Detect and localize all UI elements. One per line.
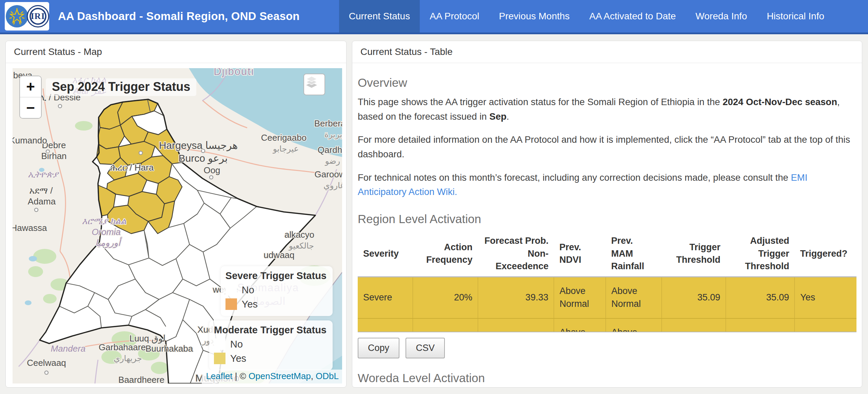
map-label: عيرجابو xyxy=(273,144,299,154)
legend-severe: Severe Trigger StatusNoYes xyxy=(221,266,333,316)
paragraph-1-text: This page shows the AA trigger activatio… xyxy=(358,97,723,107)
table-cell: 35.09 xyxy=(726,277,795,318)
map-attribution: Leaflet | © OpenStreetMap, ODbL xyxy=(202,370,342,383)
legend-item: No xyxy=(214,337,327,351)
table-cell: Above Normal xyxy=(554,318,606,332)
map-label: Garbahaarey xyxy=(99,342,150,352)
ethiopia-emblem-icon xyxy=(6,5,28,27)
nav-item-aa-protocol[interactable]: AA Protocol xyxy=(420,0,489,33)
column-header: Triggered? xyxy=(795,231,856,277)
csv-button[interactable]: CSV xyxy=(406,338,445,358)
legend-swatch xyxy=(214,353,225,364)
map-label: Hargeysa هرجيسا xyxy=(159,140,238,151)
table-cell xyxy=(726,318,795,332)
map-label: እሮሚያ ክልል xyxy=(82,216,126,226)
table-body: Severe20%39.33Above NormalAbove Normal35… xyxy=(358,277,856,332)
region-activation-heading: Region Level Activation xyxy=(358,212,856,226)
table-cell: Yes xyxy=(795,277,856,318)
map-label: Adama xyxy=(28,196,56,206)
page-title: AA Dashboard - Somali Region, OND Season xyxy=(58,10,300,23)
map-label: Garoow xyxy=(314,169,342,179)
column-header: Severity xyxy=(358,231,413,277)
zoom-out-button[interactable]: − xyxy=(20,97,41,118)
map-label: Burco برعو xyxy=(178,153,228,164)
nav-item-previous-months[interactable]: Previous Months xyxy=(489,0,580,33)
map-label: بربرة xyxy=(324,130,342,139)
map-label: جريهاري xyxy=(114,354,142,363)
map-panel: Current Status - Map xyxy=(5,41,347,388)
nav-item-historical-info[interactable]: Historical Info xyxy=(757,0,834,33)
map-label: Oromia xyxy=(92,227,120,237)
legend-swatch xyxy=(225,284,237,296)
zoom-in-button[interactable]: + xyxy=(20,76,41,97)
map-label: አደማ / xyxy=(29,185,53,196)
map-zoom-control: + − xyxy=(19,76,42,119)
overview-paragraph-1: This page shows the AA trigger activatio… xyxy=(358,95,856,124)
overview-paragraph-2: For more detailed information on the AA … xyxy=(358,133,856,161)
table-cell: Above Normal xyxy=(554,277,606,318)
legend-item: Yes xyxy=(225,297,327,311)
map-label: Mandera xyxy=(51,343,86,354)
table-panel: Current Status - Table Overview This pag… xyxy=(352,41,862,388)
table-row: Severe20%39.33Above NormalAbove Normal35… xyxy=(358,277,856,318)
legend-swatch xyxy=(214,338,225,350)
column-header: Trigger Threshold xyxy=(662,231,726,277)
map-label: Qardh xyxy=(318,145,342,155)
map-label: Hawassa xyxy=(13,223,47,233)
legend-swatch xyxy=(225,298,237,310)
layers-control-button[interactable] xyxy=(303,74,325,95)
map-label: Buurhakaba xyxy=(145,343,193,354)
table-cell: 35.09 xyxy=(662,277,726,318)
attribution-comma: , xyxy=(311,371,316,381)
odbl-link[interactable]: ODbL xyxy=(316,371,339,381)
column-header: Adjusted Trigger Threshold xyxy=(726,231,795,277)
legend-moderate: Moderate Trigger StatusNoYes xyxy=(209,320,333,370)
paragraph-3-text: For technical notes on this month’s fore… xyxy=(358,172,791,183)
woreda-activation-heading: Woreda Level Activation xyxy=(358,371,856,385)
table-row: Above NormalAbove Normal xyxy=(358,318,856,332)
map-label: Oog xyxy=(203,165,220,175)
table-header: SeverityAction FrequencyForecast Prob. N… xyxy=(358,231,856,277)
table-cell: 39.33 xyxy=(478,277,554,318)
map-label: Baardheere xyxy=(118,375,164,383)
region-activation-table-container[interactable]: SeverityAction FrequencyForecast Prob. N… xyxy=(358,231,856,332)
legend-title: Severe Trigger Status xyxy=(225,270,327,281)
legend-item: Yes xyxy=(214,351,327,366)
iri-logo-text: IRI xyxy=(31,11,45,21)
osm-link[interactable]: OpenStreetMap xyxy=(249,371,311,381)
legend-label: Yes xyxy=(242,299,258,310)
map-label: ኢትዮጵያ xyxy=(28,169,59,179)
map-label: Ceerigaabo xyxy=(261,133,307,143)
map-label: رضو xyxy=(325,156,340,166)
column-header: Action Frequency xyxy=(413,231,478,277)
map-label: جالكعيو xyxy=(289,241,314,251)
table-panel-header: Current Status - Table xyxy=(352,41,862,63)
map-title-overlay: Sep 2024 Trigger Status xyxy=(46,78,196,96)
nav-item-aa-activated-to-date[interactable]: AA Activated to Date xyxy=(579,0,686,33)
attribution-separator: | © xyxy=(232,371,249,381)
map-canvas[interactable]: beyaDjiboutiሊ / Dessieአፋር ክልልAfar عفرBer… xyxy=(13,68,342,383)
overview-heading: Overview xyxy=(358,76,856,90)
paragraph-1-text: . xyxy=(507,111,509,122)
map-label: ሕረር / Hara xyxy=(110,162,154,173)
paragraph-1-bold-text: Sep xyxy=(489,111,506,122)
copy-button[interactable]: Copy xyxy=(358,338,399,358)
brand-logo: IRI xyxy=(5,2,49,31)
map-label: Birhan xyxy=(41,151,66,161)
nav-tabs: Current StatusAA ProtocolPrevious Months… xyxy=(339,0,834,33)
column-header: Forecast Prob. Non-Exceedence xyxy=(478,231,554,277)
layers-icon xyxy=(304,74,319,89)
map-label: udwaaq xyxy=(263,250,294,260)
table-cell xyxy=(478,318,554,332)
table-cell xyxy=(358,318,413,332)
map-panel-header: Current Status - Map xyxy=(6,41,346,63)
legend-label: No xyxy=(242,284,254,296)
leaflet-link[interactable]: Leaflet xyxy=(206,371,232,381)
map-label: alkacyo xyxy=(284,230,314,240)
nav-item-woreda-info[interactable]: Woreda Info xyxy=(686,0,757,33)
table-cell: Above Normal xyxy=(606,318,662,332)
column-header: Prev. NDVI xyxy=(554,231,606,277)
nav-item-current-status[interactable]: Current Status xyxy=(339,0,420,33)
table-cell: 20% xyxy=(413,277,478,318)
table-cell xyxy=(662,318,726,332)
